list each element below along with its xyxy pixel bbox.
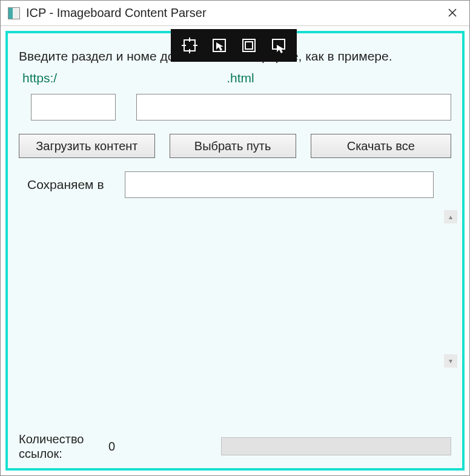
- app-window: ICP - Imageboard Content Parser Введите …: [0, 0, 470, 476]
- results-area: ▴ ▾: [19, 210, 451, 368]
- close-icon: [448, 7, 457, 21]
- download-all-button[interactable]: Скачать все: [311, 134, 452, 158]
- chevron-up-icon: ▴: [449, 213, 452, 221]
- load-content-button[interactable]: Загрузить контент: [19, 134, 155, 158]
- chevron-down-icon: ▾: [449, 357, 452, 365]
- save-path-row: Сохраняем в: [27, 171, 451, 198]
- close-button[interactable]: [435, 1, 469, 26]
- app-icon: [8, 7, 20, 19]
- url-prefix: https:/: [22, 71, 57, 85]
- url-suffix: .html: [227, 71, 254, 85]
- cursor-region-icon[interactable]: [270, 36, 288, 55]
- window-title: ICP - Imageboard Content Parser: [26, 6, 207, 20]
- target-icon[interactable]: [180, 36, 199, 55]
- links-count-value: 0: [108, 440, 115, 454]
- scroll-up-button[interactable]: ▴: [444, 210, 457, 223]
- cursor-select-icon[interactable]: [210, 36, 228, 55]
- section-input[interactable]: [31, 94, 116, 121]
- capture-toolbar: [171, 29, 297, 62]
- client-area: Введите раздел и номе должно быть по фор…: [1, 26, 469, 475]
- content-panel: Введите раздел и номе должно быть по фор…: [5, 31, 465, 471]
- titlebar: ICP - Imageboard Content Parser: [1, 1, 469, 26]
- save-path-label: Сохраняем в: [27, 177, 104, 192]
- input-row: [31, 94, 451, 121]
- footer: Количество ссылок: 0: [19, 432, 451, 461]
- links-count-label: Количество ссылок:: [19, 432, 98, 461]
- scroll-down-button[interactable]: ▾: [444, 354, 457, 368]
- thread-input[interactable]: [136, 94, 451, 121]
- svg-rect-7: [245, 42, 253, 49]
- progress-bar: [221, 437, 451, 455]
- action-buttons: Загрузить контент Выбрать путь Скачать в…: [19, 134, 451, 158]
- url-template: https:/ .html: [22, 71, 449, 85]
- window-icon[interactable]: [240, 36, 258, 55]
- scrollbar[interactable]: ▴ ▾: [444, 210, 457, 368]
- choose-path-button[interactable]: Выбрать путь: [170, 134, 296, 158]
- save-path-input[interactable]: [125, 171, 434, 198]
